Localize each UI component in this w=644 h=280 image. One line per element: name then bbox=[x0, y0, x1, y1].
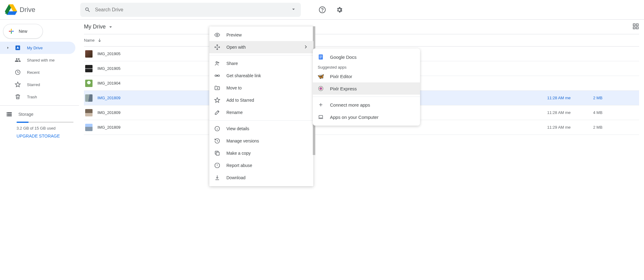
menu-label: Download bbox=[226, 175, 245, 180]
menu-share[interactable]: Share bbox=[209, 57, 313, 70]
submenu-label: Pixlr Express bbox=[330, 86, 357, 91]
drive-logo-area[interactable]: Drive bbox=[5, 4, 80, 16]
pencil-icon bbox=[214, 109, 220, 115]
menu-label: Open with bbox=[226, 45, 246, 50]
storage-used: 3.2 GB of 15 GB used bbox=[0, 126, 79, 131]
file-thumb bbox=[85, 124, 93, 131]
grid-icon bbox=[632, 23, 639, 30]
breadcrumb[interactable]: My Drive bbox=[84, 24, 114, 30]
people-icon bbox=[15, 57, 21, 63]
drive-logo-icon bbox=[5, 4, 17, 16]
svg-rect-21 bbox=[320, 56, 322, 56]
svg-rect-12 bbox=[633, 27, 635, 29]
menu-get-link[interactable]: Get shareable link bbox=[209, 70, 313, 82]
menu-label: View details bbox=[226, 126, 249, 131]
nav-trash[interactable]: Trash bbox=[0, 91, 75, 103]
open-with-submenu: Google Docs Suggested apps 🦋 Pixlr Edito… bbox=[313, 48, 420, 126]
move-icon bbox=[214, 44, 220, 50]
menu-add-star[interactable]: Add to Starred bbox=[209, 94, 313, 106]
body: New My Drive Shared with me Recent St bbox=[0, 20, 644, 280]
svg-point-14 bbox=[217, 34, 218, 36]
menu-report-abuse[interactable]: Report abuse bbox=[209, 159, 313, 172]
svg-rect-11 bbox=[636, 24, 638, 26]
menu-manage-versions[interactable]: Manage versions bbox=[209, 135, 313, 147]
chevron-right-icon bbox=[6, 46, 10, 50]
svg-rect-5 bbox=[11, 31, 12, 32]
download-icon bbox=[214, 175, 220, 181]
settings-button[interactable] bbox=[333, 4, 346, 16]
menu-open-with[interactable]: Open with bbox=[209, 41, 313, 53]
menu-view-details[interactable]: View details bbox=[209, 123, 313, 135]
svg-rect-23 bbox=[320, 58, 321, 58]
file-modified: 11:28 AM me bbox=[547, 96, 593, 100]
search-bar[interactable] bbox=[80, 3, 301, 17]
upgrade-storage-link[interactable]: UPGRADE STORAGE bbox=[0, 134, 79, 138]
pixlr-express-icon bbox=[318, 86, 324, 91]
butterfly-icon: 🦋 bbox=[318, 73, 324, 80]
submenu-label: Pixlr Editor bbox=[330, 74, 352, 79]
svg-rect-22 bbox=[320, 57, 322, 57]
svg-point-4 bbox=[322, 11, 323, 11]
nav-recent[interactable]: Recent bbox=[0, 66, 75, 78]
grid-view-button[interactable] bbox=[632, 23, 639, 31]
report-icon bbox=[214, 162, 220, 168]
storage-progress bbox=[17, 122, 74, 123]
submenu-apps-computer[interactable]: Apps on your Computer bbox=[313, 111, 420, 123]
menu-divider bbox=[209, 55, 313, 55]
menu-move-to[interactable]: Move to bbox=[209, 82, 313, 94]
nav-starred[interactable]: Starred bbox=[0, 78, 75, 91]
submenu-label: Google Docs bbox=[330, 55, 357, 60]
laptop-icon bbox=[318, 114, 324, 120]
breadcrumb-label: My Drive bbox=[84, 24, 106, 30]
nav-label: Trash bbox=[27, 95, 37, 99]
help-icon bbox=[319, 6, 326, 13]
chevron-right-icon bbox=[303, 44, 309, 50]
nav-label: My Drive bbox=[27, 46, 43, 50]
nav-shared[interactable]: Shared with me bbox=[0, 54, 75, 66]
clock-icon bbox=[15, 69, 21, 75]
submenu-pixlr-editor[interactable]: 🦋 Pixlr Editor bbox=[313, 70, 420, 82]
file-thumb bbox=[85, 109, 93, 116]
submenu-google-docs[interactable]: Google Docs bbox=[313, 51, 420, 63]
menu-rename[interactable]: Rename bbox=[209, 106, 313, 119]
file-thumb bbox=[85, 80, 93, 87]
col-name-label: Name bbox=[84, 38, 95, 43]
new-button[interactable]: New bbox=[3, 24, 43, 39]
eye-icon bbox=[214, 32, 220, 38]
menu-make-copy[interactable]: Make a copy bbox=[209, 147, 313, 159]
file-thumb bbox=[85, 65, 93, 72]
copy-icon bbox=[214, 150, 220, 156]
nav-divider bbox=[0, 105, 79, 106]
svg-point-15 bbox=[216, 62, 218, 63]
sidebar: New My Drive Shared with me Recent St bbox=[0, 20, 79, 280]
menu-preview[interactable]: Preview bbox=[209, 29, 313, 41]
header: Drive bbox=[0, 0, 644, 20]
menu-label: Rename bbox=[226, 110, 243, 115]
submenu-section-label: Suggested apps bbox=[313, 63, 420, 70]
submenu-connect-apps[interactable]: Connect more apps bbox=[313, 99, 420, 111]
menu-label: Move to bbox=[226, 85, 242, 90]
file-modified: 11:29 AM me bbox=[547, 125, 593, 130]
menu-download[interactable]: Download bbox=[209, 172, 313, 184]
help-button[interactable] bbox=[316, 4, 328, 16]
gear-icon bbox=[336, 6, 343, 13]
menu-label: Report abuse bbox=[226, 163, 252, 168]
trash-icon bbox=[15, 94, 21, 100]
svg-rect-19 bbox=[216, 152, 219, 155]
storage-label: Storage bbox=[18, 112, 33, 117]
search-input[interactable] bbox=[95, 7, 290, 13]
search-dropdown-icon[interactable] bbox=[290, 6, 297, 13]
svg-rect-8 bbox=[7, 114, 8, 115]
plus-icon bbox=[8, 28, 15, 35]
docs-icon bbox=[318, 54, 324, 60]
submenu-pixlr-express[interactable]: Pixlr Express bbox=[313, 82, 420, 95]
history-icon bbox=[214, 138, 220, 144]
col-name-header[interactable]: Name bbox=[84, 38, 547, 43]
nav-label: Starred bbox=[27, 82, 40, 87]
file-name: IMG_201809 bbox=[97, 125, 547, 130]
chevron-down-icon bbox=[108, 24, 114, 30]
nav-storage[interactable]: Storage bbox=[0, 108, 79, 120]
file-thumb bbox=[85, 94, 93, 102]
nav-my-drive[interactable]: My Drive bbox=[0, 42, 75, 54]
new-button-label: New bbox=[19, 29, 27, 34]
